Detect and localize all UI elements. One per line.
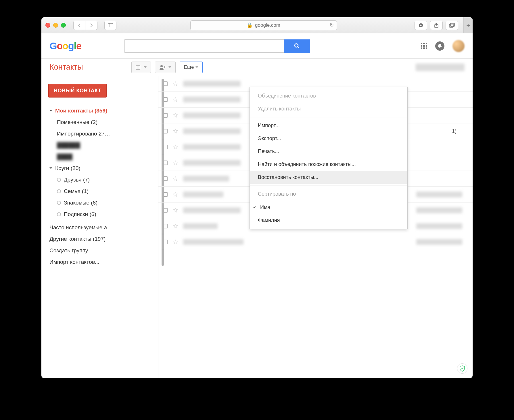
- address-bar[interactable]: 🔒 google.com ↻: [190, 20, 337, 30]
- search-icon: [294, 43, 300, 49]
- contact-row[interactable]: ☆: [158, 234, 473, 250]
- svg-rect-5: [450, 23, 454, 26]
- star-icon[interactable]: ☆: [172, 127, 179, 135]
- forward-button[interactable]: [85, 21, 97, 30]
- star-icon[interactable]: ☆: [172, 80, 179, 88]
- sidebar-item-imported[interactable]: Импортировано 27…: [48, 128, 151, 140]
- maximize-window-button[interactable]: [61, 23, 66, 28]
- search-button[interactable]: [284, 39, 310, 53]
- sidebar-item-import[interactable]: Импорт контактов...: [48, 256, 151, 268]
- shield-badge-icon[interactable]: [457, 363, 467, 374]
- star-icon[interactable]: ☆: [172, 175, 179, 183]
- chevron-down-icon: [49, 167, 52, 170]
- url-host: google.com: [255, 22, 280, 28]
- sidebar-item-starred[interactable]: Помеченные (2): [48, 117, 151, 128]
- circle-icon: [57, 189, 61, 193]
- circle-icon: [57, 201, 61, 205]
- sidebar-item-frequent[interactable]: Часто используемые а...: [48, 222, 151, 233]
- checkbox[interactable]: [163, 161, 168, 165]
- add-contact-button[interactable]: [155, 62, 176, 73]
- close-window-button[interactable]: [45, 23, 50, 28]
- svg-point-8: [439, 47, 440, 48]
- svg-rect-0: [108, 23, 113, 27]
- menu-item-import[interactable]: Импорт...: [250, 119, 407, 132]
- minimize-window-button[interactable]: [53, 23, 58, 28]
- select-all-button[interactable]: [131, 62, 151, 73]
- titlebar: 🔒 google.com ↻ ＋: [41, 17, 473, 33]
- sidebar-toggle-button[interactable]: [104, 21, 116, 30]
- more-button-label: Ещё: [184, 64, 194, 70]
- star-icon[interactable]: ☆: [172, 222, 179, 230]
- sidebar-item-hidden[interactable]: ██████: [48, 140, 151, 151]
- circle-icon: [57, 212, 61, 216]
- menu-item-merge: Объединение контактов: [250, 89, 407, 102]
- downloads-button[interactable]: [415, 21, 427, 30]
- new-tab-button[interactable]: ＋: [463, 17, 473, 33]
- menu-item-sort-name[interactable]: ✓Имя: [250, 201, 407, 214]
- sidebar-item-my-contacts[interactable]: Мои контакты (359): [48, 105, 151, 117]
- menu-item-export[interactable]: Экспорт...: [250, 132, 407, 145]
- checkbox[interactable]: [163, 129, 168, 133]
- share-button[interactable]: [430, 21, 443, 30]
- star-icon[interactable]: ☆: [172, 206, 179, 214]
- svg-point-6: [295, 44, 298, 47]
- lock-icon: 🔒: [247, 22, 253, 28]
- browser-window: 🔒 google.com ↻ ＋ Google Контакты: [41, 17, 473, 378]
- sidebar-item-create-group[interactable]: Создать группу...: [48, 245, 151, 256]
- page-toolbar: Контакты Ещё: [41, 59, 473, 76]
- toolbar-rhs: [416, 64, 465, 71]
- star-icon[interactable]: ☆: [172, 238, 179, 246]
- checkbox[interactable]: [163, 224, 168, 228]
- checkbox[interactable]: [163, 176, 168, 181]
- menu-label-sort: Сортировать по: [250, 188, 407, 201]
- menu-item-print[interactable]: Печать...: [250, 145, 407, 158]
- window-controls: [45, 23, 66, 28]
- star-icon[interactable]: ☆: [172, 190, 179, 198]
- menu-item-find-merge[interactable]: Найти и объединить похожие контакты...: [250, 158, 407, 171]
- person-plus-icon: [159, 64, 167, 70]
- svg-rect-4: [449, 24, 453, 27]
- search-input[interactable]: [124, 39, 284, 53]
- checkbox[interactable]: [163, 208, 168, 213]
- star-icon[interactable]: ☆: [172, 143, 179, 151]
- check-icon: ✓: [253, 204, 258, 210]
- menu-item-delete: Удалить контакты: [250, 102, 407, 115]
- refresh-icon[interactable]: ↻: [330, 22, 334, 28]
- notifications-icon[interactable]: [435, 41, 444, 51]
- sidebar-item-circles[interactable]: Круги (20): [48, 163, 151, 174]
- more-button[interactable]: Ещё: [180, 62, 203, 73]
- menu-item-restore[interactable]: Восстановить контакты...: [250, 171, 407, 184]
- svg-point-9: [160, 65, 163, 67]
- checkbox[interactable]: [163, 145, 168, 149]
- circle-icon: [57, 178, 61, 182]
- sidebar-item-acquaintances[interactable]: Знакомые (6): [48, 197, 151, 209]
- new-contact-button[interactable]: НОВЫЙ КОНТАКТ: [48, 84, 107, 98]
- back-button[interactable]: [73, 21, 85, 30]
- menu-item-sort-surname[interactable]: Фамилия: [250, 214, 407, 227]
- sidebar-item-subscriptions[interactable]: Подписки (6): [48, 209, 151, 220]
- google-logo[interactable]: Google: [49, 40, 81, 51]
- sidebar: НОВЫЙ КОНТАКТ Мои контакты (359) Помечен…: [41, 76, 158, 378]
- chevron-down-icon: [49, 110, 52, 113]
- checkbox[interactable]: [163, 240, 168, 244]
- sidebar-item-friends[interactable]: Друзья (7): [48, 174, 151, 186]
- svg-line-7: [298, 47, 299, 48]
- sidebar-item-hidden[interactable]: ████: [48, 151, 151, 163]
- page-title: Контакты: [49, 63, 83, 72]
- checkbox[interactable]: [163, 113, 168, 118]
- checkbox[interactable]: [163, 81, 168, 86]
- more-menu: Объединение контактов Удалить контакты И…: [250, 87, 408, 229]
- star-icon[interactable]: ☆: [172, 111, 179, 119]
- chevron-down-icon: [195, 66, 198, 69]
- sidebar-item-family[interactable]: Семья (1): [48, 186, 151, 197]
- google-header: Google: [41, 33, 473, 59]
- account-avatar[interactable]: [452, 40, 465, 52]
- tabs-button[interactable]: [446, 21, 458, 30]
- sidebar-item-other[interactable]: Другие контакты (197): [48, 233, 151, 245]
- star-icon[interactable]: ☆: [172, 96, 179, 104]
- apps-icon[interactable]: [421, 43, 427, 49]
- star-icon[interactable]: ☆: [172, 159, 179, 167]
- checkbox[interactable]: [163, 97, 168, 102]
- checkbox[interactable]: [163, 192, 168, 197]
